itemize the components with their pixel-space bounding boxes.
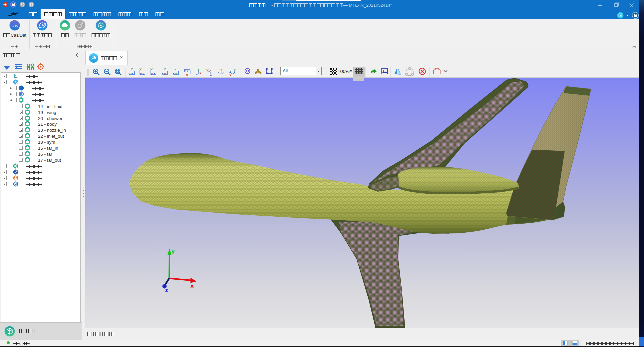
svg-text:100%: 100% bbox=[338, 69, 350, 74]
svg-text:z: z bbox=[165, 287, 168, 293]
svg-text:y: y bbox=[171, 248, 175, 255]
svg-text:x: x bbox=[190, 283, 194, 289]
svg-text:cas: cas bbox=[12, 23, 18, 28]
